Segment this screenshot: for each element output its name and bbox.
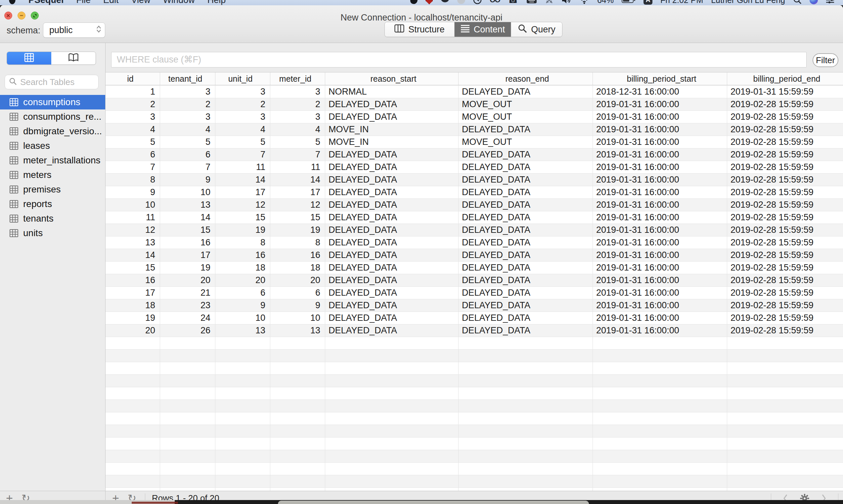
cell-billing_period_start[interactable]: 2019-01-31 16:00:00 — [593, 312, 727, 324]
book-toggle[interactable] — [51, 52, 95, 65]
cell-unit_id[interactable]: 15 — [215, 211, 270, 223]
cell-unit_id[interactable]: 18 — [215, 262, 270, 274]
cell-billing_period_start[interactable]: 2019-01-31 16:00:00 — [593, 236, 727, 249]
cell-billing_period_start[interactable]: 2019-01-31 16:00:00 — [593, 324, 727, 337]
cell-tenant_id[interactable]: 14 — [160, 211, 215, 223]
cell-meter_id[interactable]: 20 — [270, 274, 325, 286]
cell-reason_start[interactable]: DELAYED_DATA — [325, 174, 459, 186]
cell-meter_id[interactable]: 13 — [270, 324, 325, 337]
cell-meter_id[interactable]: 2 — [270, 98, 325, 110]
cell-id[interactable]: 18 — [106, 299, 160, 311]
table-row[interactable]: 5555MOVE_INMOVE_OUT2019-01-31 16:00:0020… — [106, 136, 843, 148]
cell-billing_period_start[interactable]: 2019-01-31 16:00:00 — [593, 186, 727, 198]
cell-reason_end[interactable]: DELAYED_DATA — [459, 186, 593, 198]
cell-id[interactable]: 20 — [106, 324, 160, 337]
cell-meter_id[interactable]: 7 — [270, 148, 325, 161]
pointer-app-icon[interactable] — [410, 0, 418, 5]
cell-billing_period_end[interactable]: 2019-02-28 15:59:59 — [727, 236, 843, 249]
cell-unit_id[interactable]: 9 — [215, 299, 270, 311]
table-row[interactable]: 20261313DELAYED_DATADELAYED_DATA2019-01-… — [106, 324, 843, 337]
cell-billing_period_end[interactable]: 2019-02-28 15:59:59 — [727, 262, 843, 274]
cell-id[interactable]: 13 — [106, 236, 160, 249]
sidebar-item-leases[interactable]: leases — [0, 139, 105, 153]
table-row[interactable]: 1333NORMALDELAYED_DATA2018-12-31 16:00:0… — [106, 86, 843, 98]
cell-meter_id[interactable]: 3 — [270, 86, 325, 98]
cell-id[interactable]: 2 — [106, 98, 160, 110]
cell-reason_end[interactable]: DELAYED_DATA — [459, 249, 593, 261]
siri-icon[interactable] — [810, 0, 818, 5]
cell-reason_end[interactable]: DELAYED_DATA — [459, 199, 593, 211]
dimmed-app-icon[interactable] — [457, 0, 465, 5]
table-row[interactable]: 9101717DELAYED_DATADELAYED_DATA2019-01-3… — [106, 186, 843, 199]
cell-unit_id[interactable]: 2 — [215, 98, 270, 110]
prev-page-icon[interactable] — [783, 493, 788, 500]
cell-billing_period_end[interactable]: 2019-02-28 15:59:59 — [727, 161, 843, 173]
sidebar-item-premises[interactable]: premises — [0, 182, 105, 197]
cell-unit_id[interactable]: 17 — [215, 186, 270, 198]
cell-tenant_id[interactable]: 4 — [160, 123, 215, 136]
cell-tenant_id[interactable]: 17 — [160, 249, 215, 261]
cell-reason_start[interactable]: DELAYED_DATA — [325, 111, 459, 123]
table-row[interactable]: 3333DELAYED_DATAMOVE_OUT2019-01-31 16:00… — [106, 111, 843, 123]
cell-billing_period_start[interactable]: 2019-01-31 16:00:00 — [593, 111, 727, 123]
menubar-clock[interactable]: Fri 2:02 PM — [661, 0, 703, 5]
cell-unit_id[interactable]: 3 — [215, 86, 270, 98]
cell-id[interactable]: 17 — [106, 287, 160, 299]
cell-unit_id[interactable]: 7 — [215, 148, 270, 161]
cell-id[interactable]: 3 — [106, 111, 160, 123]
cell-billing_period_start[interactable]: 2019-01-31 16:00:00 — [593, 98, 727, 110]
search-input[interactable] — [20, 77, 94, 87]
cell-reason_end[interactable]: DELAYED_DATA — [459, 287, 593, 299]
cell-reason_start[interactable]: DELAYED_DATA — [325, 274, 459, 286]
table-row[interactable]: 172166DELAYED_DATADELAYED_DATA2019-01-31… — [106, 287, 843, 299]
menu-view[interactable]: View — [131, 0, 151, 5]
column-header-tenant_id[interactable]: tenant_id — [160, 72, 215, 85]
cell-reason_end[interactable]: DELAYED_DATA — [459, 274, 593, 286]
cell-billing_period_start[interactable]: 2019-01-31 16:00:00 — [593, 148, 727, 161]
control-center-icon[interactable] — [826, 0, 835, 5]
cell-reason_start[interactable]: DELAYED_DATA — [325, 224, 459, 236]
cell-reason_start[interactable]: MOVE_IN — [325, 123, 459, 136]
cell-meter_id[interactable]: 3 — [270, 111, 325, 123]
cell-billing_period_start[interactable]: 2019-01-31 16:00:00 — [593, 211, 727, 223]
column-header-meter_id[interactable]: meter_id — [270, 72, 325, 85]
cell-id[interactable]: 12 — [106, 224, 160, 236]
cell-meter_id[interactable]: 4 — [270, 123, 325, 136]
cell-billing_period_end[interactable]: 2019-02-28 15:59:59 — [727, 174, 843, 186]
cell-reason_end[interactable]: DELAYED_DATA — [459, 174, 593, 186]
cell-reason_end[interactable]: DELAYED_DATA — [459, 211, 593, 223]
cell-id[interactable]: 11 — [106, 211, 160, 223]
tables-grid-toggle[interactable] — [7, 52, 51, 65]
table-row[interactable]: 6677DELAYED_DATADELAYED_DATA2019-01-31 1… — [106, 148, 843, 161]
where-clause-input[interactable] — [111, 52, 807, 68]
crossed-arrows-icon[interactable] — [545, 0, 554, 5]
apple-icon[interactable] — [8, 0, 16, 5]
cell-id[interactable]: 16 — [106, 274, 160, 286]
cell-reason_end[interactable]: DELAYED_DATA — [459, 299, 593, 311]
cell-id[interactable]: 10 — [106, 199, 160, 211]
cell-billing_period_end[interactable]: 2019-02-28 15:59:59 — [727, 249, 843, 261]
cell-reason_start[interactable]: DELAYED_DATA — [325, 287, 459, 299]
cell-tenant_id[interactable]: 23 — [160, 299, 215, 311]
volume-icon[interactable] — [561, 0, 572, 5]
cell-tenant_id[interactable]: 24 — [160, 312, 215, 324]
cell-unit_id[interactable]: 3 — [215, 111, 270, 123]
cell-billing_period_start[interactable]: 2019-01-31 16:00:00 — [593, 274, 727, 286]
cell-billing_period_start[interactable]: 2019-01-31 16:00:00 — [593, 249, 727, 261]
sidebar-item-consumptions[interactable]: consumptions — [0, 95, 105, 109]
table-row[interactable]: 891414DELAYED_DATADELAYED_DATA2019-01-31… — [106, 174, 843, 186]
sidebar-item-dbmigrate-versio[interactable]: dbmigrate_versio... — [0, 124, 105, 139]
wifi-icon[interactable] — [579, 0, 589, 5]
cell-billing_period_end[interactable]: 2019-02-28 15:59:59 — [727, 148, 843, 161]
sidebar-divider[interactable] — [105, 43, 106, 500]
cell-meter_id[interactable]: 11 — [270, 161, 325, 173]
cell-reason_end[interactable]: DELAYED_DATA — [459, 324, 593, 337]
table-row[interactable]: 4444MOVE_INDELAYED_DATA2019-01-31 16:00:… — [106, 123, 843, 136]
menu-window[interactable]: Window — [163, 0, 195, 5]
table-row[interactable]: 15191818DELAYED_DATADELAYED_DATA2019-01-… — [106, 262, 843, 274]
menu-psequel[interactable]: PSequel — [29, 0, 64, 5]
cell-reason_start[interactable]: DELAYED_DATA — [325, 186, 459, 198]
cell-tenant_id[interactable]: 3 — [160, 111, 215, 123]
menu-edit[interactable]: Edit — [103, 0, 119, 5]
cell-billing_period_end[interactable]: 2019-02-28 15:59:59 — [727, 186, 843, 198]
